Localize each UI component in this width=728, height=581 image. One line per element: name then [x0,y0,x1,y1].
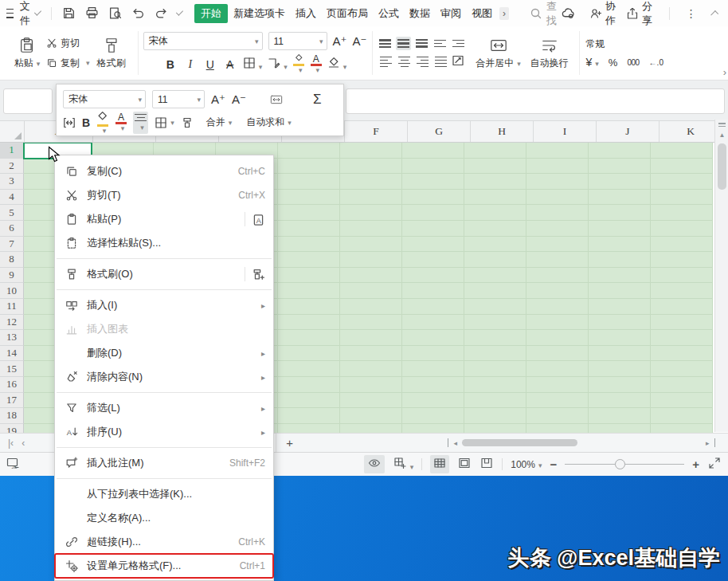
align-left-icon[interactable] [378,54,393,70]
cell-H15[interactable] [464,361,526,377]
align-right-icon[interactable] [415,54,430,70]
cell-H16[interactable] [464,377,526,393]
cell-I18[interactable] [526,408,589,424]
cell-I15[interactable] [526,361,589,377]
cell-F14[interactable] [340,346,402,362]
cell-K4[interactable] [651,190,713,206]
tab-页面布局[interactable]: 页面布局 [322,4,373,23]
mini-bold-button[interactable]: B [82,116,90,129]
row-header-10[interactable]: 10 [0,283,24,299]
cell-F2[interactable] [340,159,402,175]
cell-I13[interactable] [526,330,589,346]
cell-I3[interactable] [526,174,589,190]
cell-I12[interactable] [526,315,589,331]
tab-插入[interactable]: 插入 [291,4,321,23]
file-menu-button[interactable]: 文件 [20,0,31,28]
cell-K14[interactable] [651,346,713,362]
row-header-15[interactable]: 15 [0,361,24,377]
cell-G11[interactable] [402,299,464,315]
eraser-button[interactable] [327,57,347,72]
cell-H4[interactable] [464,190,526,206]
menu-item-define-name[interactable]: 定义名称(A)... [55,506,273,530]
mini-merge-icon[interactable] [270,93,283,106]
macro-js-icon[interactable]: JS [6,457,21,472]
cell-I4[interactable] [526,190,589,206]
mini-font-size-combo[interactable]: 11 [152,90,205,108]
cell-K17[interactable] [651,393,713,409]
cell-K12[interactable] [651,315,713,331]
tab-审阅[interactable]: 审阅 [436,4,466,23]
cell-J1[interactable] [589,143,651,159]
cell-F17[interactable] [340,393,402,409]
tab-数据[interactable]: 数据 [405,4,435,23]
tab-overflow-icon[interactable]: › [499,7,509,20]
row-header-17[interactable]: 17 [0,393,24,409]
cell-K18[interactable] [651,408,713,424]
menu-item-copy[interactable]: 复制(C)Ctrl+C [55,159,273,183]
decimal-button[interactable]: ←.0 [649,58,663,67]
save-icon[interactable] [62,6,76,20]
cell-G2[interactable] [402,159,464,175]
row-header-4[interactable]: 4 [0,190,24,206]
mini-font-color-button[interactable]: A [115,113,127,132]
menu-item-clear-contents[interactable]: 清除内容(N)▸ [55,365,273,389]
mini-merge-button[interactable]: 合并 [206,116,233,129]
cell-K10[interactable] [651,283,713,299]
cell-F8[interactable] [340,252,402,268]
row-header-19[interactable]: 19 [0,424,24,433]
cell-K1[interactable] [651,143,713,159]
cell-I8[interactable] [526,252,589,268]
cell-I5[interactable] [526,205,589,221]
cell-K19[interactable] [651,424,713,433]
cell-F15[interactable] [340,361,402,377]
print-icon[interactable] [85,6,99,20]
cell-I6[interactable] [526,221,589,237]
underline-button[interactable]: U [203,58,217,71]
add-sheet-button[interactable]: + [286,436,293,449]
row-header-14[interactable]: 14 [0,346,24,362]
cell-E7[interactable] [278,237,340,253]
cell-H17[interactable] [464,393,526,409]
cell-E13[interactable] [278,330,340,346]
cell-F16[interactable] [340,377,402,393]
cell-I16[interactable] [526,377,589,393]
cell-J12[interactable] [589,315,651,331]
cell-E9[interactable] [278,268,340,284]
align-middle-icon[interactable] [396,37,411,50]
cell-J8[interactable] [589,252,651,268]
menu-item-insert-comment[interactable]: 插入批注(M)Shift+F2 [55,451,273,475]
currency-button[interactable]: ¥ [586,56,599,69]
cell-G12[interactable] [402,315,464,331]
cell-J18[interactable] [589,408,651,424]
text-orientation-icon[interactable] [452,54,464,69]
row-header-5[interactable]: 5 [0,205,24,221]
cell-I9[interactable] [526,268,589,284]
draw-border-button[interactable] [268,57,288,72]
splitter-icon[interactable] [448,438,449,447]
cell-G3[interactable] [402,174,464,190]
cell-J7[interactable] [589,237,651,253]
wrap-text-button[interactable]: 自动换行 [525,37,574,70]
cell-I17[interactable] [526,393,589,409]
font-name-combo[interactable]: 宋体 [143,32,263,50]
undo-icon[interactable] [131,6,145,20]
eye-preview-icon[interactable] [364,455,385,473]
mini-shrink-fit-icon[interactable] [63,116,76,129]
cell-G6[interactable] [402,221,464,237]
share-button[interactable]: 分享 [626,0,653,28]
tab-公式[interactable]: 公式 [374,4,404,23]
cell-E6[interactable] [278,221,340,237]
menu-item-cut[interactable]: 剪切(T)Ctrl+X [55,183,273,207]
cell-E1[interactable] [278,143,340,159]
cell-J5[interactable] [589,205,651,221]
cell-H2[interactable] [464,159,526,175]
cell-H10[interactable] [464,283,526,299]
tab-视图[interactable]: 视图 [467,4,497,23]
row-header-2[interactable]: 2 [0,159,24,175]
grid-settings-icon[interactable] [393,457,414,472]
cell-J19[interactable] [589,424,651,433]
cell-F4[interactable] [340,190,402,206]
cell-H19[interactable] [464,424,526,433]
normal-view-icon[interactable] [430,455,449,473]
row-header-18[interactable]: 18 [0,408,24,424]
